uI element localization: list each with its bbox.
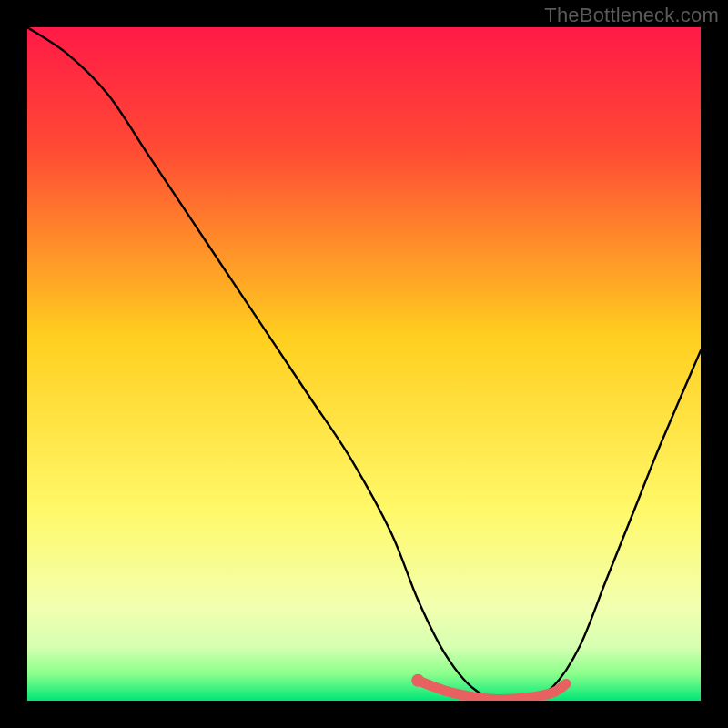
plot-area xyxy=(27,27,701,701)
chart-svg xyxy=(27,27,701,701)
highlight-lead-dot xyxy=(411,674,424,687)
watermark-text: TheBottleneck.com xyxy=(544,4,719,27)
chart-frame: TheBottleneck.com xyxy=(0,0,728,728)
